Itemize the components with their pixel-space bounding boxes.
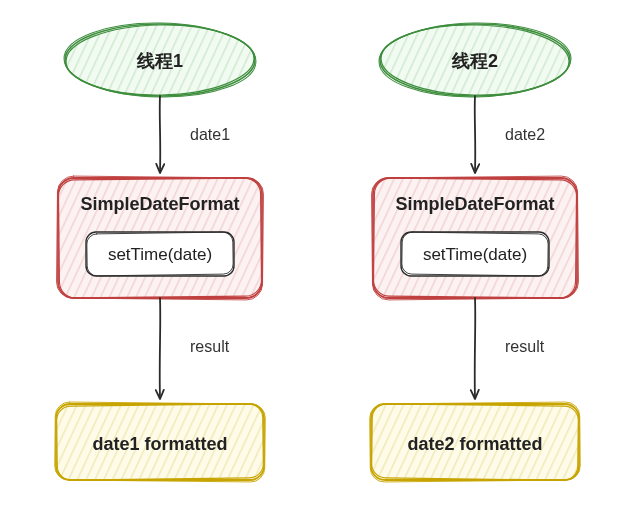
sdf-right-method-box: setTime(date) <box>401 232 549 276</box>
thread1-label: 线程1 <box>136 51 183 71</box>
arrow2-right-label: result <box>505 338 545 355</box>
output-left-label: date1 formatted <box>92 434 227 454</box>
arrow-sdf-to-output-left: result <box>160 298 230 398</box>
thread2-node: 线程2 <box>378 21 571 98</box>
sdf-left-node: SimpleDateFormat setTime(date) <box>56 176 263 300</box>
arrow-sdf-to-output-right: result <box>475 298 545 398</box>
arrow-thread2-to-sdf: date2 <box>475 96 545 172</box>
diagram-canvas: 线程1 date1 SimpleDateFormat setTime(date)… <box>0 0 640 523</box>
sdf-right-method: setTime(date) <box>423 245 527 264</box>
output-right-label: date2 formatted <box>407 434 542 454</box>
thread2-label: 线程2 <box>451 51 498 71</box>
arrow-thread1-to-sdf: date1 <box>160 96 230 172</box>
sdf-left-method: setTime(date) <box>108 245 212 264</box>
arrow1-left-label: date1 <box>190 126 230 143</box>
output-left-node: date1 formatted <box>55 402 266 482</box>
arrow2-left-label: result <box>190 338 230 355</box>
thread1-node: 线程1 <box>63 21 256 98</box>
sdf-right-node: SimpleDateFormat setTime(date) <box>371 176 578 300</box>
sdf-left-title: SimpleDateFormat <box>80 194 239 214</box>
sdf-right-title: SimpleDateFormat <box>395 194 554 214</box>
arrow1-right-label: date2 <box>505 126 545 143</box>
sdf-left-method-box: setTime(date) <box>86 232 234 276</box>
output-right-node: date2 formatted <box>370 402 581 482</box>
